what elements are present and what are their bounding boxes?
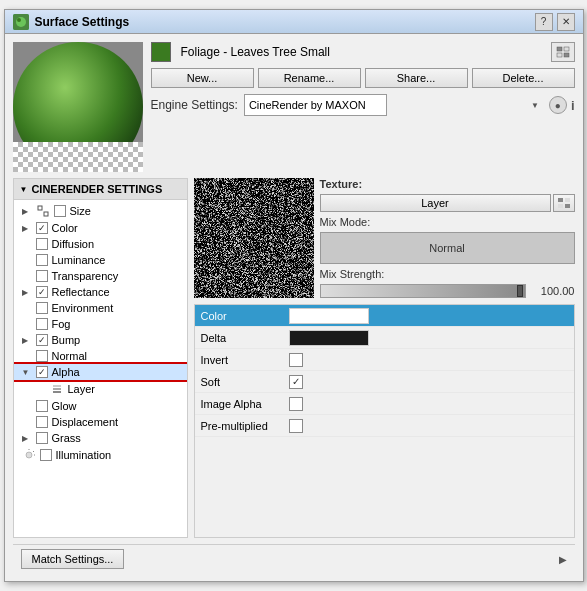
material-color-swatch[interactable] [151,42,171,62]
window-content: Foliage - Leaves Tree Small New... Renam… [5,34,583,581]
prop-row-color[interactable]: Color [195,305,574,327]
displacement-label: Displacement [52,416,119,428]
svg-rect-5 [557,53,562,57]
settings-item-diffusion[interactable]: Diffusion [14,236,187,252]
environment-label: Environment [52,302,114,314]
new-button[interactable]: New... [151,68,254,88]
bump-label: Bump [52,334,81,346]
settings-item-displacement[interactable]: Displacement [14,414,187,430]
reflectance-checkbox[interactable]: ✓ [36,286,48,298]
settings-item-normal[interactable]: Normal [14,348,187,364]
material-name-row: Foliage - Leaves Tree Small [151,42,575,62]
settings-item-grass[interactable]: ▶ Grass [14,430,187,446]
settings-panel: ▼ CINERENDER SETTINGS ▶ Size [13,178,188,538]
svg-rect-10 [53,388,61,390]
color-checkbox[interactable]: ✓ [36,222,48,234]
match-settings-button[interactable]: Match Settings... [21,549,125,569]
prop-row-image-alpha[interactable]: Image Alpha [195,393,574,415]
title-controls: ? ✕ [535,13,575,31]
prop-name-delta: Delta [195,330,285,346]
expand-icon: ▼ [22,368,32,377]
engine-render-icon[interactable]: ● [549,96,567,114]
image-alpha-checkbox[interactable] [289,397,303,411]
texture-preview [194,178,314,298]
color-swatch[interactable] [289,308,369,324]
svg-rect-4 [564,47,569,51]
prop-value-soft: ✓ [285,373,574,391]
transparency-checkbox[interactable] [36,270,48,282]
prop-value-color [285,306,574,326]
rename-button[interactable]: Rename... [258,68,361,88]
diffusion-checkbox[interactable] [36,238,48,250]
settings-item-transparency[interactable]: Transparency [14,268,187,284]
invert-checkbox[interactable] [289,353,303,367]
fog-checkbox[interactable] [36,318,48,330]
grass-checkbox[interactable] [36,432,48,444]
svg-rect-9 [53,391,61,393]
settings-header-label: CINERENDER SETTINGS [31,183,162,195]
grass-label: Grass [52,432,81,444]
illumination-checkbox[interactable] [40,449,52,461]
settings-item-bump[interactable]: ▶ ✓ Bump [14,332,187,348]
prop-value-image-alpha [285,395,574,413]
top-section: Foliage - Leaves Tree Small New... Renam… [13,42,575,172]
diffusion-label: Diffusion [52,238,95,250]
settings-item-environment[interactable]: Environment [14,300,187,316]
mix-strength-slider[interactable] [320,284,526,298]
help-button[interactable]: ? [535,13,553,31]
material-options-button[interactable] [551,42,575,62]
color-label: Color [52,222,78,234]
properties-table: Color Delta Invert [194,304,575,538]
settings-item-glow[interactable]: Glow [14,398,187,414]
settings-item-alpha[interactable]: ▼ ✓ Alpha [14,364,187,380]
prop-name-pre-multiplied: Pre-multiplied [195,418,285,434]
settings-item-illumination[interactable]: Illumination [14,446,187,464]
layer-icon [50,382,64,396]
collapse-icon[interactable]: ▼ [20,185,28,194]
engine-info-icon[interactable]: i [571,98,575,113]
texture-layer-button[interactable]: Layer [320,194,551,212]
texture-options-button[interactable] [553,194,575,212]
bottom-arrow-icon: ▶ [559,554,567,565]
prop-row-invert[interactable]: Invert [195,349,574,371]
svg-point-12 [26,452,32,458]
mix-strength-value: 100.00 [530,285,575,297]
size-checkbox[interactable] [54,205,66,217]
soft-checkbox[interactable]: ✓ [289,375,303,389]
normal-checkbox[interactable] [36,350,48,362]
engine-select[interactable]: CineRender by MAXON [244,94,387,116]
mix-mode-button[interactable]: Normal [320,232,575,264]
settings-item-fog[interactable]: Fog [14,316,187,332]
glow-checkbox[interactable] [36,400,48,412]
settings-item-layer[interactable]: Layer [14,380,187,398]
right-panel: Texture: Layer [194,178,575,538]
prop-row-delta[interactable]: Delta [195,327,574,349]
displacement-checkbox[interactable] [36,416,48,428]
svg-rect-19 [565,204,570,208]
texture-btn-row: Layer [320,194,575,212]
prop-name-soft: Soft [195,374,285,390]
prop-row-soft[interactable]: Soft ✓ [195,371,574,393]
delete-button[interactable]: Delete... [472,68,575,88]
prop-name-color: Color [195,308,285,324]
app-icon [13,14,29,30]
settings-item-color[interactable]: ▶ ✓ Color [14,220,187,236]
alpha-checkbox[interactable]: ✓ [36,366,48,378]
settings-item-size[interactable]: ▶ Size [14,202,187,220]
noise-canvas [194,178,314,298]
share-button[interactable]: Share... [365,68,468,88]
delta-swatch[interactable] [289,330,369,346]
layer-label: Layer [68,383,96,395]
settings-item-reflectance[interactable]: ▶ ✓ Reflectance [14,284,187,300]
prop-row-pre-multiplied[interactable]: Pre-multiplied [195,415,574,437]
bump-checkbox[interactable]: ✓ [36,334,48,346]
pre-multiplied-checkbox[interactable] [289,419,303,433]
engine-select-wrapper: CineRender by MAXON ▼ [244,94,543,116]
size-icon [36,204,50,218]
svg-rect-18 [558,204,563,208]
environment-checkbox[interactable] [36,302,48,314]
close-button[interactable]: ✕ [557,13,575,31]
luminance-checkbox[interactable] [36,254,48,266]
settings-item-luminance[interactable]: Luminance [14,252,187,268]
texture-controls: Texture: Layer [320,178,575,298]
